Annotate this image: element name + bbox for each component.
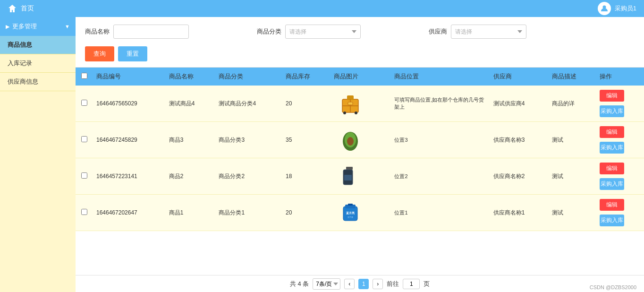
filter-goods-name: 商品名称	[85, 25, 189, 39]
query-button[interactable]: 查询	[85, 46, 114, 61]
edit-button[interactable]: 编辑	[600, 199, 624, 211]
purchase-button[interactable]: 采购入库	[600, 105, 624, 117]
edit-button[interactable]: 编辑	[600, 126, 624, 138]
collapse-icon: ▼	[65, 24, 70, 29]
row-id: 1646467245829	[93, 122, 165, 158]
table-header-row: 商品编号 商品名称 商品分类 商品库存 商品图片 商品位置 供应商 商品描述 操…	[76, 68, 644, 86]
sidebar-item-supplier-info[interactable]: 供应商信息	[0, 73, 76, 91]
col-actions: 操作	[596, 68, 644, 86]
current-page[interactable]: 1	[358, 279, 369, 289]
row-select-checkbox[interactable]	[81, 136, 87, 142]
col-location: 商品位置	[390, 68, 489, 86]
row-desc: 商品的详	[548, 86, 596, 122]
row-select-checkbox[interactable]	[81, 100, 87, 106]
col-desc: 商品描述	[548, 68, 596, 86]
reset-button[interactable]: 重置	[118, 46, 147, 61]
sidebar-item-goods-info[interactable]: 商品信息	[0, 36, 76, 54]
svg-rect-8	[348, 102, 353, 105]
purchase-button[interactable]: 采购入库	[600, 142, 624, 154]
row-actions: 编辑 采购入库	[596, 86, 644, 122]
product-image	[334, 126, 367, 154]
row-img: 蓝月亮 洗手液	[330, 195, 391, 231]
col-id: 商品编号	[93, 68, 165, 86]
svg-text:蓝月亮: 蓝月亮	[346, 211, 355, 215]
row-category: 商品分类2	[215, 158, 282, 195]
row-actions: 编辑 采购入库	[596, 158, 644, 195]
sidebar: ▶ 更多管理 ▼ 商品信息 入库记录 供应商信息	[0, 17, 76, 292]
filter-supplier: 供应商 请选择	[429, 25, 526, 39]
row-location: 位置3	[390, 122, 489, 158]
goods-name-input[interactable]	[113, 25, 189, 39]
col-category: 商品分类	[215, 68, 282, 86]
user-label: 采购员1	[615, 4, 636, 13]
row-select-checkbox[interactable]	[81, 172, 87, 179]
goods-name-label: 商品名称	[85, 27, 110, 36]
table-container: 商品编号 商品名称 商品分类 商品库存 商品图片 商品位置 供应商 商品描述 操…	[76, 68, 644, 275]
product-image	[334, 89, 367, 118]
svg-text:洗手液: 洗手液	[347, 216, 353, 218]
row-stock: 35	[282, 122, 330, 158]
row-checkbox[interactable]	[76, 195, 93, 231]
category-select[interactable]: 请选择	[285, 25, 361, 39]
pagination: 共 4 条 7条/页 ‹ 1 › 前往 页 CSDN @DZBS2000	[76, 275, 644, 292]
col-checkbox	[76, 68, 93, 86]
row-supplier: 测试供应商4	[490, 86, 548, 122]
watermark: CSDN @DZBS2000	[590, 284, 636, 290]
filter-bar: 商品名称 商品分类 请选择 供应商 请选择	[76, 17, 644, 68]
row-stock: 20	[282, 86, 330, 122]
sidebar-more-label: 更多管理	[12, 22, 37, 31]
row-select-checkbox[interactable]	[81, 209, 87, 215]
row-checkbox[interactable]	[76, 158, 93, 195]
goto-suffix: 页	[424, 280, 430, 288]
svg-point-11	[347, 137, 354, 146]
row-category: 测试商品分类4	[215, 86, 282, 122]
row-name: 测试商品4	[165, 86, 215, 122]
purchase-button[interactable]: 采购入库	[600, 215, 624, 226]
edit-button[interactable]: 编辑	[600, 90, 624, 102]
row-location: 位置2	[390, 158, 489, 195]
col-img: 商品图片	[330, 68, 391, 86]
row-checkbox[interactable]	[76, 122, 93, 158]
row-img	[330, 86, 391, 122]
topbar-right: 采购员1	[598, 2, 636, 15]
row-desc: 测试	[548, 158, 596, 195]
row-checkbox[interactable]	[76, 86, 93, 122]
row-stock: 20	[282, 195, 330, 231]
table-row: 1646467245829 商品3 商品分类3 35 位置3 供应商名称3 测试…	[76, 122, 644, 158]
svg-point-7	[355, 112, 357, 114]
next-page-button[interactable]: ›	[373, 279, 383, 289]
col-stock: 商品库存	[282, 68, 330, 86]
purchase-button[interactable]: 采购入库	[600, 178, 624, 190]
row-desc: 测试	[548, 195, 596, 231]
total-count: 共 4 条	[290, 280, 309, 288]
row-actions: 编辑 采购入库	[596, 195, 644, 231]
row-id: 1646467202647	[93, 195, 165, 231]
table-row: 1646457223141 商品2 商品分类2 18 MEN'S 位置2 供应商…	[76, 158, 644, 195]
goto-prefix: 前往	[387, 280, 399, 288]
row-name: 商品2	[165, 158, 215, 195]
topbar: 首页 采购员1	[0, 0, 644, 17]
filter-category: 商品分类 请选择	[257, 25, 361, 39]
table-row: 1646467202647 商品1 商品分类1 20 蓝月亮 洗手液 位置1 供…	[76, 195, 644, 231]
sidebar-more-mgmt[interactable]: ▶ 更多管理 ▼	[0, 17, 76, 36]
prev-page-button[interactable]: ‹	[344, 279, 355, 289]
row-name: 商品1	[165, 195, 215, 231]
row-stock: 18	[282, 158, 330, 195]
per-page-select[interactable]: 7条/页	[313, 278, 340, 290]
supplier-select[interactable]: 请选择	[451, 25, 526, 39]
edit-button[interactable]: 编辑	[600, 163, 624, 174]
row-id: 1646457223141	[93, 158, 165, 195]
row-category: 商品分类3	[215, 122, 282, 158]
expand-icon: ▶	[6, 24, 9, 30]
home-label[interactable]: 首页	[21, 4, 34, 13]
row-img	[330, 122, 391, 158]
goods-table: 商品编号 商品名称 商品分类 商品库存 商品图片 商品位置 供应商 商品描述 操…	[76, 68, 644, 231]
goto-input[interactable]	[403, 279, 420, 289]
row-actions: 编辑 采购入库	[596, 122, 644, 158]
sidebar-item-stock-record[interactable]: 入库记录	[0, 54, 76, 73]
select-all-checkbox[interactable]	[81, 73, 87, 79]
svg-rect-21	[348, 204, 353, 206]
supplier-label: 供应商	[429, 27, 447, 36]
product-image: 蓝月亮 洗手液	[334, 198, 367, 227]
avatar	[598, 2, 611, 15]
